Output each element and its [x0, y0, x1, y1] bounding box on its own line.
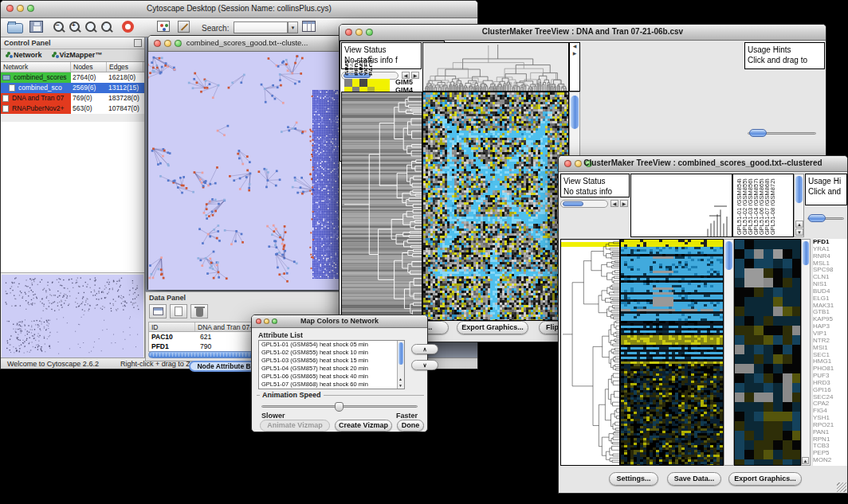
delete-attribute-icon[interactable]	[190, 304, 208, 318]
slider-thumb[interactable]	[749, 129, 767, 137]
row-dendrogram-pane[interactable]	[560, 239, 620, 466]
attribute-item[interactable]: GPL51-02 (GSM855) heat shock 10 min	[259, 349, 404, 357]
zoom-heatmap-pane[interactable]	[734, 239, 801, 466]
treeview2-titlebar[interactable]: ClusterMaker TreeView : combined_scores_…	[559, 156, 847, 172]
treeview-button[interactable]: Save Data...	[667, 472, 721, 486]
scroll-up-arrow[interactable]: ▲	[802, 457, 809, 464]
network-row[interactable]: RNAPuberNov2+ 563(0) 107847(0)	[1, 104, 144, 114]
column-dendrogram-pane[interactable]	[630, 174, 732, 237]
birds-eye-view[interactable]	[2, 275, 143, 357]
mini-scroll-strip[interactable]: ◀▶	[569, 42, 580, 92]
search-input[interactable]	[234, 21, 288, 33]
scroll-up-arrow[interactable]: ▲	[795, 221, 803, 228]
scroll-thumb[interactable]	[725, 241, 732, 270]
attribute-browser-icon[interactable]	[302, 21, 316, 32]
gene-label[interactable]: MON2	[813, 457, 847, 464]
heatmap-vscrollbar[interactable]	[724, 239, 734, 466]
close-button[interactable]	[6, 5, 14, 12]
close-button[interactable]	[154, 40, 161, 47]
scroll-thumb[interactable]	[803, 241, 809, 265]
search-dropdown-arrow[interactable]: ▼	[288, 21, 298, 33]
close-button[interactable]	[256, 318, 261, 324]
matrix-cell	[375, 79, 383, 87]
minimize-button[interactable]	[575, 160, 582, 167]
main-titlebar[interactable]: Cytoscape Desktop (Session Name: collins…	[1, 1, 477, 18]
edit-icon[interactable]	[178, 21, 190, 33]
attribute-list-scrollbar[interactable]: ▲ ▼	[397, 341, 404, 389]
new-attribute-icon[interactable]	[170, 304, 187, 318]
zoom-out-icon[interactable]: −	[52, 21, 65, 34]
mini-left-arrow[interactable]: ◀	[570, 43, 579, 50]
minimize-button[interactable]	[17, 5, 24, 12]
mini-right-arrow[interactable]: ▶	[570, 50, 579, 57]
save-session-icon[interactable]	[29, 21, 43, 33]
col-nodes[interactable]: Nodes	[71, 62, 107, 72]
treeview1-titlebar[interactable]: ClusterMaker TreeView : DNA and Tran 07-…	[340, 25, 826, 41]
close-button[interactable]	[564, 160, 571, 167]
heatmap-pane[interactable]	[620, 239, 724, 466]
treeview2-zoom-slider[interactable]	[807, 213, 844, 223]
scroll-left-arrow[interactable]: ◀	[610, 200, 618, 207]
attribute-list[interactable]: GPL51-01 (GSM854) heat shock 05 minGPL51…	[258, 340, 405, 389]
gene-list-scrollbar[interactable]: ▲	[801, 239, 811, 466]
slider-thumb[interactable]	[808, 214, 826, 222]
scroll-right-arrow[interactable]: ▶	[620, 200, 628, 207]
scroll-down-arrow[interactable]: ▼	[398, 383, 402, 388]
resize-grip[interactable]	[837, 483, 846, 492]
matrix-cell	[359, 79, 367, 87]
col-network[interactable]: Network	[1, 62, 71, 72]
desktop: { "icons":{"left":"◀","right":"▶","up":"…	[0, 0, 848, 504]
zoom-in-icon[interactable]: +	[68, 21, 81, 34]
attribute-item[interactable]: GPL51-01 (GSM854) heat shock 05 min	[259, 341, 404, 349]
slider-thumb[interactable]	[335, 402, 344, 412]
open-session-icon[interactable]	[7, 23, 23, 33]
panel-tab[interactable]: Network	[1, 49, 47, 61]
treeview-button[interactable]: Settings...	[609, 472, 658, 486]
network-row[interactable]: combined_sco 2569(6) 13112(15)	[1, 83, 144, 93]
scroll-thumb[interactable]	[571, 96, 579, 129]
array-column-label: GPL51-06 (GSM865)	[758, 174, 764, 235]
attribute-item[interactable]: GPL51-03 (GSM856) heat shock 15 min	[259, 357, 404, 365]
labels-vscrollbar[interactable]: ▲ ▼	[794, 174, 804, 237]
network-graph-canvas[interactable]	[148, 52, 346, 290]
scroll-thumb[interactable]	[398, 342, 403, 365]
attribute-item[interactable]: GPL51-04 (GSM857) heat shock 20 min	[259, 365, 404, 373]
attribute-item[interactable]: GPL51-06 (GSM865) heat shock 40 min	[259, 373, 404, 381]
animation-speed-slider[interactable]	[261, 401, 418, 412]
panel-tab[interactable]: VizMapper™	[47, 49, 108, 61]
treeview1-zoom-slider[interactable]	[748, 128, 816, 138]
help-lifesaver-icon[interactable]	[122, 21, 134, 33]
row-dendrogram-pane[interactable]	[341, 92, 422, 321]
scroll-thumb[interactable]	[795, 176, 803, 203]
animate-vizmap-button[interactable]: Animate Vizmap	[260, 420, 330, 432]
move-down-button[interactable]: ∨	[411, 360, 438, 370]
treeview-button[interactable]: Export Graphics...	[728, 472, 802, 486]
dialog-titlebar[interactable]: Map Colors to Network	[252, 315, 427, 328]
scroll-thumb[interactable]	[563, 201, 583, 206]
table-icon	[153, 307, 163, 315]
array-label-list: GPL51-01 (GSM854)GPL51-02 (GSM855)GPL51-…	[736, 174, 775, 235]
minimize-button[interactable]	[164, 40, 171, 47]
network-row[interactable]: combined_scores 2764(0) 16218(0)	[1, 72, 144, 83]
vizmapper-icon[interactable]	[157, 21, 170, 32]
zoom-selected-icon[interactable]: ▫	[100, 21, 113, 34]
attribute-item[interactable]: GPL51-07 (GSM868) heat shock 60 min	[259, 381, 404, 389]
treeview2-hscrollbar[interactable]: ◀ ▶	[560, 199, 630, 209]
scroll-up-arrow[interactable]: ▲	[398, 377, 402, 381]
col-edges[interactable]: Edges	[107, 62, 143, 72]
float-panel-icon[interactable]	[134, 39, 142, 47]
slower-label: Slower	[261, 412, 285, 420]
network-view-titlebar[interactable]: combined_scores_good.txt--cluste...	[148, 36, 346, 52]
heatmap-pane[interactable]	[422, 92, 569, 321]
minimize-button[interactable]	[264, 318, 269, 324]
create-vizmap-button[interactable]: Create Vizmap	[335, 420, 392, 432]
zoom-fit-icon[interactable]	[84, 21, 97, 34]
move-up-button[interactable]: ∧	[411, 344, 438, 354]
scroll-down-arrow[interactable]: ▼	[795, 229, 803, 236]
network-row[interactable]: DNA and Tran 07 769(0) 183728(0)	[1, 93, 144, 104]
column-dendrogram-pane[interactable]	[422, 42, 569, 92]
treeview-button[interactable]: Export Graphics...	[457, 321, 528, 334]
select-attributes-icon[interactable]	[149, 304, 167, 318]
done-button[interactable]: Done	[397, 420, 424, 432]
col-id[interactable]: ID	[149, 322, 195, 331]
